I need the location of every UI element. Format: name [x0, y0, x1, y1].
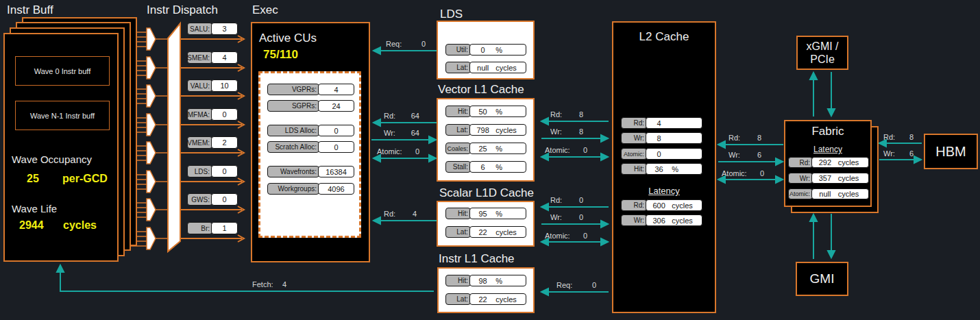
vector-l1-row-lat: Lat: 798 cycles [445, 124, 526, 136]
l2-row-atomic: Atomic: 0 [621, 148, 702, 160]
scalar-l1d-row-hit-label: Hit: [445, 208, 471, 219]
edge-vl1-l2-rd-label: Rd: [550, 110, 562, 119]
scalar-l1d-row-hit-unit: % [495, 210, 526, 218]
l2-latency-row-rd-label: Rd: [621, 199, 647, 211]
instr-l1-row-hit: Hit: 98 % [445, 275, 526, 286]
lds-row-util-valuebox: 0 % [469, 44, 526, 56]
fabric-row-rd-label: Rd: [788, 157, 813, 168]
fabric-row-rd-valuebox: 292 cycles [811, 157, 869, 168]
edge-vl1-l2-rd: Rd: 8 [550, 110, 583, 119]
l2-latency-row-rd-unit: cycles [672, 201, 702, 210]
active-cus-label: Active CUs [259, 32, 317, 45]
dispatch-row-gws: GWS: 0 [187, 193, 238, 206]
dispatch-row-mfma: MFMA: 0 [187, 108, 238, 121]
l2-row-rd-value: 4 [646, 119, 672, 127]
scalar-l1d-row-hit-value: 95 [470, 210, 495, 218]
l2-row-rd-valuebox: 4 [646, 117, 702, 129]
instr-l1-row-lat-value: 22 [470, 295, 495, 304]
dispatch-row-vmem-value: 2 [211, 136, 238, 149]
scalar-l1d-row-lat-unit: cycles [495, 228, 526, 236]
dispatch-row-smem-value: 4 [211, 51, 238, 64]
edge-exec-vl1-atomic-label: Atomic: [377, 147, 402, 156]
dispatch-row-valu-label: VALU: [187, 79, 212, 92]
exec-row-workgroups-label: Workgroups: [267, 183, 319, 195]
dispatch-row-lds-label: LDS: [187, 165, 212, 177]
gpu-memory-diagram: Instr Buff Wave 0 Instr buff Wave N-1 In… [0, 0, 980, 320]
l2-row-rd: Rd: 4 [621, 117, 702, 129]
dispatch-row-br: Br: 1 [187, 222, 238, 234]
scalar-l1d-title: Scalar L1D Cache [439, 186, 534, 200]
edge-exec-vl1-atomic-value: 0 [415, 147, 419, 156]
exec-row-lds-alloc: LDS Alloc: 0 [267, 125, 354, 136]
l2-row-wr-value: 8 [646, 134, 672, 143]
exec-row-lds-alloc-value: 0 [318, 125, 354, 136]
fabric-row-atomic: Atomic: null cycles [788, 188, 869, 199]
instr-l1-row-hit-value: 98 [470, 277, 495, 285]
vector-l1-row-hit-unit: % [495, 108, 526, 116]
l2-latency-row-wr-value: 306 [646, 217, 672, 225]
hbm-label: HBM [935, 144, 966, 160]
exec-row-scratch-alloc-label: Scratch Alloc: [267, 141, 319, 153]
gmi-label: GMI [810, 271, 835, 286]
exec-row-scratch-alloc-value: 0 [318, 141, 354, 153]
active-cus-value: 75/110 [263, 48, 298, 62]
edge-vl1-l2-atomic-label: Atomic: [545, 146, 570, 154]
edge-vl1-l2-rd-value: 8 [579, 110, 583, 119]
edge-fetch: Fetch: 4 [252, 280, 286, 288]
vector-l1-row-hit-label: Hit: [445, 106, 471, 117]
edge-l2-fabric-wr: Wr: 6 [728, 151, 761, 159]
vector-l1-row-stall-valuebox: 6 % [469, 161, 526, 173]
vector-l1-row-hit-valuebox: 50 % [469, 106, 526, 117]
wave0-instr-buff-box: Wave 0 Instr buff [15, 56, 110, 86]
lds-row-util-unit: % [495, 46, 526, 54]
lds-row-util: Util: 0 % [445, 44, 526, 56]
dispatch-row-valu: VALU: 10 [187, 79, 238, 92]
instr-buff-title: Instr Buff [7, 3, 53, 17]
fabric-row-atomic-unit: cycles [838, 190, 868, 198]
edge-exec-vl1-atomic: Atomic: 0 [377, 147, 419, 156]
lds-row-lat-label: Lat: [445, 62, 471, 73]
dispatch-row-mfma-label: MFMA: [187, 108, 212, 121]
edge-sl1-l2-rd-value: 0 [579, 196, 583, 204]
exec-row-vgprs-label: VGPRs: [267, 84, 319, 95]
exec-title: Exec [252, 3, 278, 17]
l2-latency-row-rd-value: 600 [646, 201, 672, 210]
wave0-instr-buff-label: Wave 0 Instr buff [34, 67, 91, 75]
scalar-l1d-row-lat: Lat: 22 cycles [445, 226, 526, 238]
exec-row-sgprs: SGPRs: 24 [267, 100, 354, 112]
exec-row-scratch-alloc: Scratch Alloc: 0 [267, 141, 354, 153]
xgmi-pcie-label-line2: PCIe [810, 53, 835, 66]
l2-latency-row-wr-label: Wr: [621, 214, 647, 226]
edge-fabric-hbm-wr-label: Wr: [883, 149, 895, 158]
dispatch-row-lds: LDS: 0 [187, 165, 238, 177]
instr-l1-row-lat-unit: cycles [495, 295, 526, 304]
l2-row-hit-unit: % [672, 165, 702, 173]
edge-vl1-l2-wr: Wr: 8 [550, 127, 583, 136]
lds-title: LDS [440, 8, 463, 21]
dispatch-row-br-label: Br: [187, 222, 212, 234]
edge-l2-fabric-rd-label: Rd: [728, 134, 740, 142]
edge-l2-fabric-atomic-label: Atomic: [722, 169, 747, 177]
l2-row-wr: Wr: 8 [621, 132, 702, 144]
fabric-row-atomic-value: null [812, 190, 838, 198]
edge-exec-sl1-rd-value: 4 [413, 210, 417, 218]
edge-l2-fabric-rd-value: 8 [757, 134, 761, 142]
l2-row-wr-label: Wr: [621, 132, 647, 144]
edge-fabric-hbm-wr: Wr: 6 [883, 149, 914, 158]
exec-row-vgprs: VGPRs: 4 [267, 84, 354, 95]
exec-row-wavefronts-label: Wavefronts: [267, 166, 319, 177]
dispatch-row-salu-label: SALU: [187, 23, 212, 35]
vector-l1-row-lat-value: 798 [470, 126, 495, 134]
wave-life-value: 2944 [19, 219, 44, 232]
vector-l1-row-stall-label: Stall: [445, 161, 471, 173]
edge-fetch-label: Fetch: [252, 280, 273, 288]
scalar-l1d-row-hit: Hit: 95 % [445, 208, 526, 219]
edge-l2-fabric-wr-label: Wr: [728, 151, 740, 159]
dispatch-row-mfma-value: 0 [211, 108, 238, 121]
wave-occupancy-unit: per-GCD [62, 173, 108, 185]
lds-row-util-value: 0 [470, 46, 495, 54]
instr-l1-row-lat-valuebox: 22 cycles [469, 293, 526, 305]
edge-sl1-l2-wr-label: Wr: [550, 213, 562, 221]
wave-occupancy-value: 25 [27, 173, 39, 185]
fabric-row-atomic-label: Atomic: [788, 188, 813, 199]
